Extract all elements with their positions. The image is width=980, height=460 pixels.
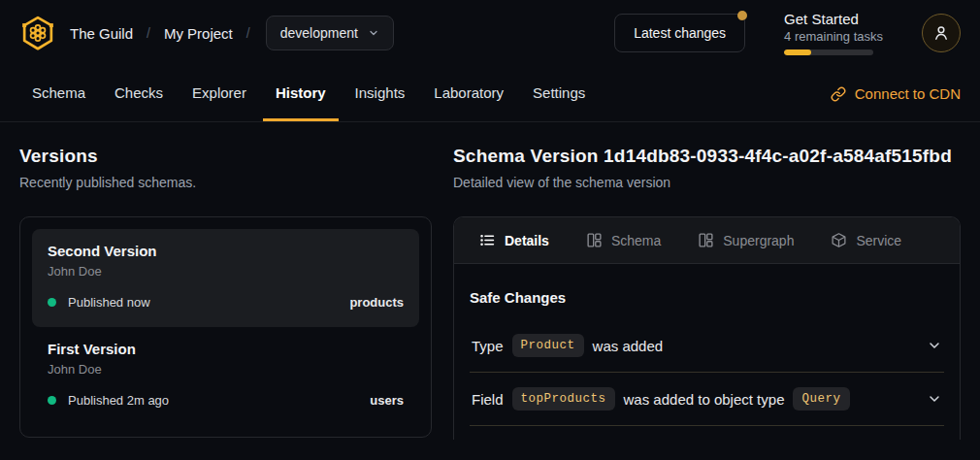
get-started-widget[interactable]: Get Started 4 remaining tasks: [784, 11, 883, 55]
safe-changes-heading: Safe Changes: [470, 289, 944, 306]
change-row-type-added[interactable]: Type Product was added: [470, 319, 944, 373]
cube-icon: [831, 232, 847, 248]
notification-dot: [737, 11, 747, 20]
person-icon: [931, 23, 951, 43]
guild-hexagon-logo[interactable]: [19, 15, 56, 51]
chevron-down-icon[interactable]: [927, 338, 942, 353]
detail-tab-label: Details: [505, 233, 549, 248]
chevron-down-icon: [368, 27, 379, 39]
version-status: Published now: [68, 295, 150, 310]
versions-subtitle: Recently published schemas.: [19, 175, 432, 190]
target-selector-dropdown[interactable]: development: [266, 16, 394, 50]
tab-history[interactable]: History: [263, 66, 339, 121]
connect-to-cdn-link[interactable]: Connect to CDN: [831, 66, 961, 121]
tab-checks[interactable]: Checks: [102, 66, 176, 121]
versions-list: Second Version John Doe Published now pr…: [19, 216, 432, 438]
detail-tab-label: Supergraph: [723, 233, 794, 248]
breadcrumb-org[interactable]: The Guild: [70, 25, 133, 42]
user-avatar[interactable]: [922, 14, 961, 52]
change-code: Query: [793, 387, 849, 411]
version-card-first[interactable]: First Version John Doe Published 2m ago …: [32, 327, 419, 425]
schema-version-subtitle: Detailed view of the schema version: [453, 175, 961, 190]
change-middle: was added to object type: [624, 391, 785, 408]
main-content: Versions Recently published schemas. Sec…: [0, 122, 980, 440]
detail-tab-details[interactable]: Details: [468, 226, 561, 254]
columns-icon: [586, 232, 603, 248]
chevron-down-icon[interactable]: [927, 391, 942, 407]
latest-changes-button[interactable]: Latest changes: [614, 14, 745, 52]
get-started-subtitle: 4 remaining tasks: [784, 29, 883, 44]
detail-tab-label: Schema: [611, 233, 661, 248]
list-icon: [479, 232, 496, 248]
latest-changes-label: Latest changes: [634, 25, 726, 41]
tab-schema[interactable]: Schema: [19, 66, 98, 121]
link-icon: [831, 86, 846, 102]
versions-title: Versions: [19, 146, 432, 167]
connect-to-cdn-label: Connect to CDN: [855, 85, 961, 102]
change-code: topProducts: [512, 387, 615, 411]
version-author: John Doe: [48, 362, 404, 377]
version-detail-column: Schema Version 1d14db83-0933-4f4c-a02f-a…: [453, 146, 961, 440]
breadcrumb-separator: /: [246, 25, 250, 41]
breadcrumb-project[interactable]: My Project: [164, 25, 233, 42]
detail-tab-schema[interactable]: Schema: [574, 226, 672, 254]
get-started-progressbar: [784, 49, 873, 55]
detail-tabbar: Details Schema: [454, 217, 960, 264]
version-service: users: [370, 393, 404, 408]
version-detail-panel: Details Schema: [453, 216, 961, 440]
change-code: Product: [512, 334, 584, 357]
published-status-dot: [48, 396, 56, 405]
breadcrumb-separator: /: [147, 25, 150, 41]
detail-tab-label: Service: [856, 233, 901, 248]
version-status: Published 2m ago: [68, 393, 169, 408]
tab-laboratory[interactable]: Laboratory: [421, 66, 516, 121]
detail-tab-service[interactable]: Service: [819, 226, 913, 254]
published-status-dot: [48, 298, 56, 307]
get-started-title: Get Started: [784, 11, 883, 27]
tab-explorer[interactable]: Explorer: [180, 66, 259, 121]
detail-content: Safe Changes Type Product was added Fiel…: [454, 264, 960, 426]
version-service: products: [349, 295, 404, 310]
tab-insights[interactable]: Insights: [343, 66, 418, 121]
tab-settings[interactable]: Settings: [520, 66, 598, 121]
version-name: Second Version: [48, 243, 404, 259]
versions-column: Versions Recently published schemas. Sec…: [19, 146, 432, 440]
app-header: The Guild / My Project / development Lat…: [0, 0, 980, 66]
target-selector-value: development: [280, 25, 358, 41]
change-middle: was added: [593, 338, 664, 354]
version-card-second[interactable]: Second Version John Doe Published now pr…: [32, 229, 419, 327]
project-nav: Schema Checks Explorer History Insights …: [0, 66, 980, 122]
columns-icon: [698, 232, 714, 248]
detail-tab-supergraph[interactable]: Supergraph: [686, 226, 805, 254]
progress-fill: [784, 49, 811, 55]
schema-version-title: Schema Version 1d14db83-0933-4f4c-a02f-a…: [453, 146, 961, 167]
change-prefix: Field: [472, 391, 504, 408]
version-author: John Doe: [48, 264, 404, 279]
version-name: First Version: [48, 341, 404, 357]
change-prefix: Type: [472, 338, 504, 354]
change-row-field-added[interactable]: Field topProducts was added to object ty…: [470, 373, 944, 426]
